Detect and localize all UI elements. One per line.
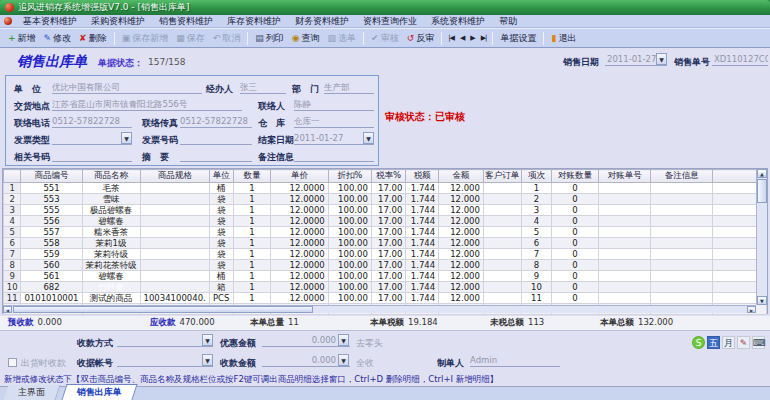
grid-cell-remark[interactable] [651,282,712,293]
save-new-button[interactable]: ▣保存新增 [118,31,173,46]
grid-cell-price[interactable]: 12.0000 [271,249,329,260]
grid-cell-qty[interactable]: 1 [233,194,270,205]
grid-cell-spec[interactable] [140,227,209,238]
nav-next-button[interactable]: ▶ [467,33,477,43]
grid-cell-cust_order[interactable] [483,194,521,205]
grid-cell-seq[interactable]: 1 [521,183,551,194]
grid-cell-qty[interactable]: 1 [233,227,270,238]
grid-cell-remark[interactable] [651,271,712,282]
column-header-unit[interactable]: 单位 [209,170,233,183]
grid-cell-qty[interactable]: 1 [233,205,270,216]
grid-cell-code[interactable]: 560 [21,260,82,271]
grid-cell-recon_no[interactable] [598,194,651,205]
grid-cell-price[interactable]: 12.0000 [271,293,329,304]
grid-cell-amount[interactable]: 12.000 [439,271,484,282]
nav-last-button[interactable]: ▶| [478,33,490,43]
ime-wubi-icon[interactable]: 五 [707,336,720,349]
drop-zero-button[interactable]: 去零头 [356,337,383,350]
grid-cell-tax[interactable]: 1.744 [406,183,439,194]
grid-cell-recon_qty[interactable]: 0 [552,183,599,194]
vertical-scroll-thumb[interactable] [757,179,767,203]
grid-cell-seq[interactable]: 11 [521,293,551,304]
discount-dropdown-icon[interactable]: ▼ [338,334,349,346]
grid-cell-tax_rate[interactable]: 17.00 [371,183,406,194]
column-header-recon_no[interactable]: 对账单号 [598,170,651,183]
menu-item[interactable]: 基本资料维护 [16,15,84,28]
grid-cell-seq[interactable]: 3 [521,205,551,216]
form-field-input[interactable]: 陈静 [294,98,374,111]
grid-cell-code[interactable]: 551 [21,183,82,194]
scroll-up-icon[interactable]: ▲ [757,169,767,178]
horizontal-scrollbar[interactable]: ◀ ▶ [3,305,756,313]
nav-prev-button[interactable]: ◀ [457,33,467,43]
grid-cell-tax_rate[interactable]: 17.00 [371,260,406,271]
receipt-account-dropdown-icon[interactable]: ▼ [202,354,213,366]
grid-cell-discount[interactable]: 100.00 [328,183,371,194]
grid-cell-price[interactable]: 12.0000 [271,183,329,194]
print-button[interactable]: ▤列印 [251,31,288,46]
grid-cell-tax[interactable]: 1.744 [406,260,439,271]
exit[interactable]: ▮退出 [547,31,580,46]
grid-cell-cust_order[interactable] [483,183,521,194]
grid-cell-cust_order[interactable] [483,205,521,216]
grid-cell-recon_no[interactable] [598,205,651,216]
grid-cell-remark[interactable] [651,194,712,205]
grid-cell-recon_qty[interactable]: 0 [552,194,599,205]
grid-cell-recon_no[interactable] [598,238,651,249]
grid-cell-recon_qty[interactable]: 0 [552,216,599,227]
row-number[interactable]: 10 [4,282,21,293]
doc-settings-button[interactable]: 单据设置 [496,31,540,46]
grid-cell-amount[interactable]: 12.000 [439,216,484,227]
grid-cell-recon_no[interactable] [598,183,651,194]
grid-cell-spec[interactable] [140,260,209,271]
grid-cell-tax_rate[interactable]: 17.00 [371,216,406,227]
grid-cell-recon_qty[interactable]: 0 [552,260,599,271]
grid-cell-amount[interactable]: 12.000 [439,282,484,293]
grid-cell-recon_no[interactable] [598,293,651,304]
vertical-scrollbar[interactable]: ▲ ▼ [756,169,767,305]
nav-first-button[interactable]: |◀ [445,33,457,43]
grid-cell-code[interactable]: 553 [21,194,82,205]
grid-cell-discount[interactable]: 100.00 [328,271,371,282]
pay-method-select[interactable] [117,334,213,347]
grid-cell-tax_rate[interactable]: 17.00 [371,238,406,249]
row-number[interactable]: 3 [4,205,21,216]
grid-cell-cust_order[interactable] [483,260,521,271]
grid-cell-tax[interactable]: 1.744 [406,205,439,216]
delete-button[interactable]: ✘删除 [75,31,111,46]
status-tab-0[interactable]: 主界面 [4,385,61,400]
list-button[interactable]: ▨选单 [324,31,361,46]
receive-all-button[interactable]: 全收 [356,357,374,370]
grid-cell-qty[interactable]: 1 [233,260,270,271]
menu-item[interactable]: 资料查询作业 [356,15,424,28]
grid-cell-recon_no[interactable] [598,216,651,227]
discount-amount-input[interactable]: 0.000 [262,334,350,347]
row-number[interactable]: 4 [4,216,21,227]
menu-item[interactable]: 库存资料维护 [220,15,288,28]
search-button[interactable]: ◉查询 [288,31,324,46]
dropdown-arrow-icon[interactable]: ▼ [121,132,132,144]
grid-cell-unit[interactable]: 袋 [209,249,233,260]
menu-item[interactable]: 系统资料维护 [424,15,492,28]
grid-cell-code[interactable]: 555 [21,205,82,216]
grid-cell-discount[interactable]: 100.00 [328,260,371,271]
row-number[interactable]: 8 [4,260,21,271]
grid-cell-unit[interactable]: 袋 [209,205,233,216]
grid-cell-spec[interactable] [140,238,209,249]
grid-cell-discount[interactable]: 100.00 [328,238,371,249]
grid-cell-recon_qty[interactable]: 0 [552,271,599,282]
grid-cell-qty[interactable]: 1 [233,271,270,282]
grid-cell-code[interactable]: 682 [21,282,82,293]
grid-cell-tax[interactable]: 1.744 [406,216,439,227]
column-header-code[interactable]: 商品编号 [21,170,82,183]
grid-cell-recon_qty[interactable]: 0 [552,238,599,249]
grid-cell-recon_no[interactable] [598,271,651,282]
grid-cell-remark[interactable] [651,227,712,238]
grid-cell-name[interactable]: 碧螺春 [82,216,140,227]
grid-cell-tax_rate[interactable]: 17.00 [371,293,406,304]
grid-cell-cust_order[interactable] [483,227,521,238]
grid-cell-tax_rate[interactable]: 17.00 [371,194,406,205]
grid-cell-tax[interactable]: 1.744 [406,227,439,238]
grid-cell-price[interactable]: 12.0000 [271,216,329,227]
pay-method-dropdown-icon[interactable]: ▼ [202,334,213,346]
